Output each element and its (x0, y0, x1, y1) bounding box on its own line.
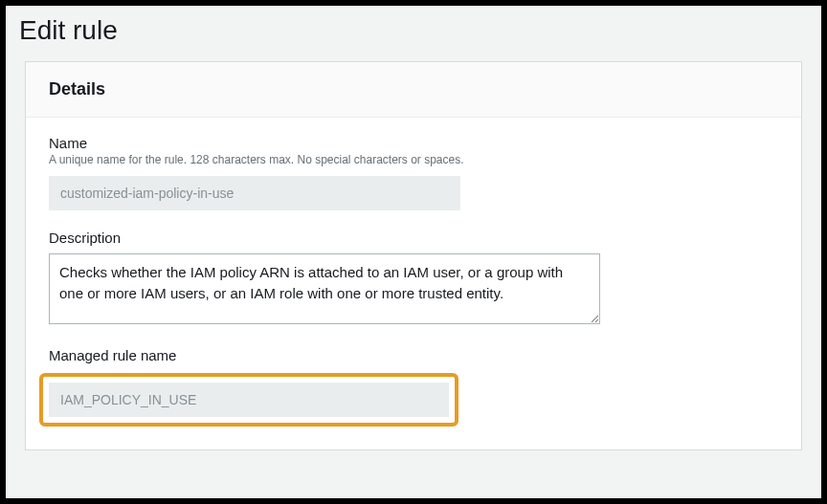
managed-rule-name-field-group: Managed rule name (49, 347, 778, 427)
name-field-group: Name A unique name for the rule. 128 cha… (49, 135, 778, 210)
page-title: Edit rule (6, 6, 821, 61)
managed-rule-name-highlight (39, 373, 458, 427)
name-hint: A unique name for the rule. 128 characte… (49, 153, 778, 166)
page-container: Edit rule Details Name A unique name for… (6, 6, 821, 498)
managed-rule-name-input (49, 383, 449, 417)
details-panel: Details Name A unique name for the rule.… (25, 61, 802, 450)
details-panel-body: Name A unique name for the rule. 128 cha… (26, 118, 801, 449)
details-panel-title: Details (49, 79, 778, 99)
description-field-group: Description (49, 230, 778, 328)
spacer (49, 365, 778, 371)
description-label: Description (49, 230, 778, 246)
name-label: Name (49, 135, 778, 151)
managed-rule-name-label: Managed rule name (49, 347, 778, 363)
name-input (49, 176, 460, 210)
details-panel-header: Details (26, 62, 801, 118)
description-textarea[interactable] (49, 253, 600, 324)
